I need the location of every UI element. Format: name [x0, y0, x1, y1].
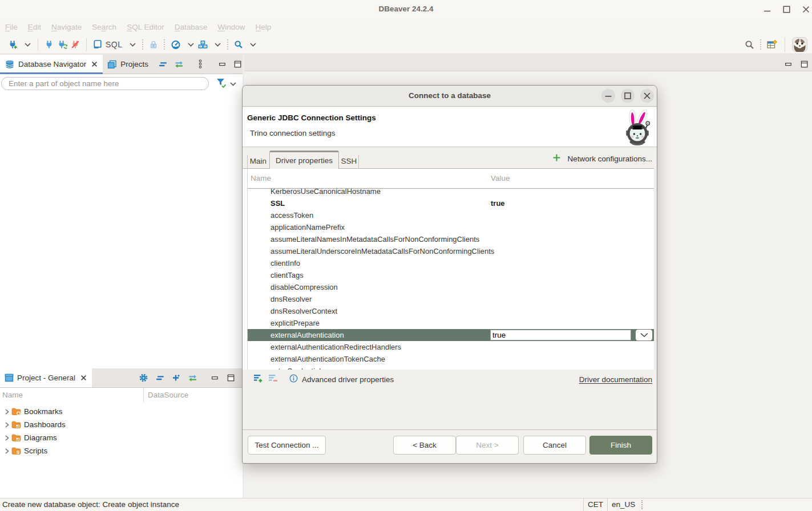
chevron-down-icon[interactable] [129, 42, 136, 48]
menu-database[interactable]: Database [169, 23, 213, 31]
dialog-titlebar[interactable]: Connect to a database [243, 86, 657, 107]
property-row[interactable]: externalAuthentication [248, 329, 654, 341]
status-grip [641, 500, 643, 509]
tree-chevron-icon[interactable] [4, 421, 11, 428]
menu-help[interactable]: Help [251, 23, 277, 31]
next-button[interactable]: Next > [456, 436, 519, 455]
link-editor-icon[interactable] [188, 374, 197, 383]
quick-search-button[interactable] [743, 37, 756, 52]
tab-database-navigator[interactable]: Database Navigator [0, 55, 103, 74]
finish-button[interactable]: Finish [589, 436, 652, 455]
new-connection-button[interactable] [6, 37, 33, 52]
test-connection-button[interactable]: Test Connection ... [248, 436, 326, 455]
properties-column-name[interactable]: Name [251, 174, 271, 182]
network-configurations-button[interactable]: Network configurations... [552, 153, 652, 164]
tree-item-dashboards[interactable]: Dashboards [0, 418, 243, 431]
menu-window[interactable]: Window [212, 23, 250, 31]
driver-documentation-link[interactable]: Driver documentation [579, 375, 652, 384]
status-timezone[interactable]: CET [583, 498, 607, 511]
status-locale[interactable]: en_US [607, 498, 639, 511]
object-filter-input[interactable] [1, 77, 209, 90]
close-icon[interactable] [802, 5, 810, 14]
navigator-tree[interactable] [0, 91, 243, 368]
property-row[interactable]: externalAuthenticationTokenCache [248, 353, 654, 365]
dialog-tab-main[interactable]: Main [247, 155, 269, 169]
maximize-icon[interactable] [782, 5, 791, 14]
chevron-down-icon[interactable] [249, 42, 257, 48]
cancel-button[interactable]: Cancel [523, 436, 586, 455]
view-menu-icon[interactable] [197, 59, 203, 69]
panel-maximize-icon[interactable] [800, 60, 809, 70]
property-row[interactable]: externalAuthenticationRedirectHandlers [248, 341, 654, 353]
commit-mode-button[interactable] [147, 37, 160, 52]
open-new-window-button[interactable] [765, 37, 779, 52]
panel-maximize-icon[interactable] [233, 60, 242, 68]
property-row[interactable]: explicitPrepare [248, 317, 654, 329]
property-row[interactable]: clientInfo [248, 257, 654, 269]
panel-minimize-icon[interactable] [211, 374, 219, 382]
chevron-down-icon[interactable] [187, 42, 195, 48]
disconnect-button[interactable] [69, 37, 82, 52]
minimize-icon[interactable] [763, 5, 771, 14]
collapse-all-icon[interactable] [156, 374, 164, 382]
transfer-button[interactable] [196, 37, 223, 52]
menu-sql-editor[interactable]: SQL Editor [122, 23, 169, 31]
dialog-close-icon[interactable] [640, 89, 654, 103]
tab-close-icon[interactable] [91, 60, 98, 68]
link-editor-icon[interactable] [174, 60, 184, 69]
sql-editor-button[interactable]: SQL [91, 37, 138, 52]
property-row[interactable]: assumeLiteralNamesInMetadataCallsForNonC… [248, 233, 654, 245]
tree-item-scripts[interactable]: Scripts [0, 444, 243, 457]
collapse-all-icon[interactable] [159, 60, 167, 68]
dialog-minimize-icon[interactable] [601, 89, 615, 103]
property-row[interactable]: extraCredentials [248, 365, 654, 370]
tree-chevron-icon[interactable] [4, 408, 11, 415]
dashboard-button[interactable] [169, 37, 196, 52]
menu-file[interactable]: File [0, 23, 23, 31]
back-button[interactable]: < Back [393, 436, 456, 455]
tab-close-icon[interactable] [80, 374, 87, 382]
tree-item-diagrams[interactable]: Diagrams [0, 431, 243, 444]
dialog-tab-driver-properties[interactable]: Driver properties [269, 151, 339, 169]
menu-navigate[interactable]: Navigate [46, 23, 87, 31]
reconnect-button[interactable] [55, 37, 69, 52]
gear-icon[interactable] [139, 373, 148, 383]
property-row[interactable]: assumeLiteralUnderscoreInMetadataCallsFo… [248, 245, 654, 257]
property-row[interactable]: disableCompression [248, 281, 654, 293]
column-header-datasource[interactable]: DataSource [143, 388, 243, 402]
menu-search[interactable]: Search [87, 23, 122, 31]
folder-bookmarks-icon [11, 407, 22, 416]
property-row[interactable]: clientTags [248, 269, 654, 281]
chevron-down-icon[interactable] [24, 42, 31, 48]
panel-minimize-icon[interactable] [218, 60, 227, 68]
property-row[interactable]: applicationNamePrefix [248, 221, 654, 233]
tree-item-bookmarks[interactable]: Bookmarks [0, 405, 243, 418]
connect-button[interactable] [43, 37, 55, 52]
add-property-icon[interactable] [253, 374, 263, 385]
property-row[interactable]: accessToken [248, 209, 654, 221]
chevron-down-icon[interactable] [214, 42, 221, 48]
tree-chevron-icon[interactable] [4, 435, 11, 441]
tab-projects[interactable]: Projects [103, 55, 153, 74]
expand-all-icon[interactable] [172, 374, 180, 382]
property-row[interactable]: KerberosUseCanonicalHostname [248, 189, 654, 197]
menu-edit[interactable]: Edit [23, 23, 46, 31]
filter-funnel-icon[interactable] [216, 77, 227, 91]
user-profile-button[interactable] [790, 37, 809, 52]
filter-chevron-icon[interactable] [229, 80, 237, 89]
dialog-tab-ssh[interactable]: SSH [339, 155, 359, 169]
property-value-dropdown[interactable] [635, 329, 653, 341]
properties-column-value[interactable]: Value [491, 174, 510, 182]
tree-chevron-icon[interactable] [4, 448, 11, 455]
dialog-maximize-icon[interactable] [621, 89, 635, 103]
tab-project-general[interactable]: Project - General [0, 368, 92, 387]
panel-minimize-icon[interactable] [784, 60, 793, 70]
column-header-name[interactable]: Name [0, 388, 143, 402]
panel-maximize-icon[interactable] [227, 374, 235, 382]
property-row[interactable]: dnsResolver [248, 293, 654, 305]
property-row[interactable]: dnsResolverContext [248, 305, 654, 317]
property-value-input[interactable] [490, 330, 631, 340]
search-button[interactable] [232, 37, 258, 52]
property-row[interactable]: SSLtrue [248, 197, 654, 209]
remove-property-icon[interactable] [268, 374, 278, 385]
